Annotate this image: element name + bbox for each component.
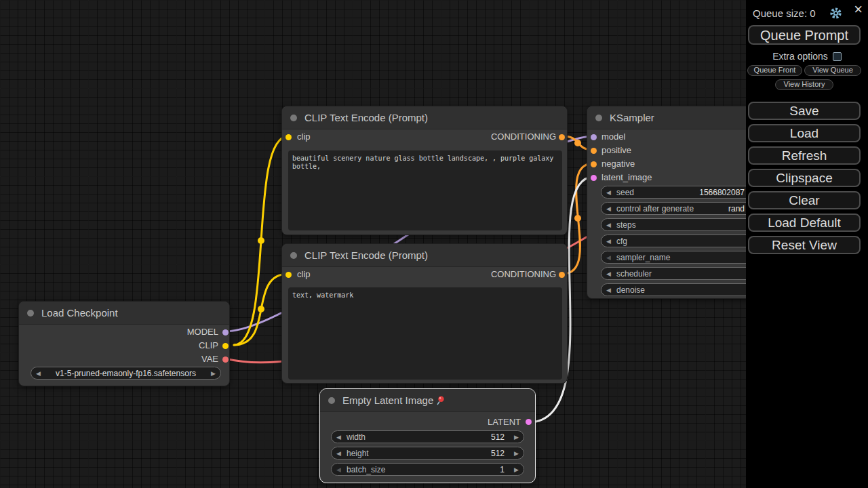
input-label-clip: clip bbox=[297, 131, 311, 142]
link-clip-1 bbox=[234, 136, 288, 345]
decrement-icon[interactable]: ◀ bbox=[606, 188, 611, 197]
decrement-icon[interactable]: ◀ bbox=[606, 205, 611, 213]
decrement-icon[interactable]: ◀ bbox=[606, 270, 611, 278]
collapse-dot-icon[interactable] bbox=[290, 115, 297, 121]
refresh-button[interactable]: Refresh bbox=[748, 146, 861, 165]
node-clip-text-encode-positive[interactable]: CLIP Text Encode (Prompt) clip CONDITION… bbox=[281, 106, 568, 235]
input-dot-negative[interactable] bbox=[591, 161, 597, 167]
output-dot-conditioning[interactable] bbox=[559, 272, 565, 278]
node-empty-latent-image[interactable]: Empty Latent Image LATENT ◀ width 512 ▶ … bbox=[319, 388, 536, 483]
node-header[interactable]: Empty Latent Image bbox=[320, 389, 535, 412]
decrement-icon[interactable]: ◀ bbox=[606, 286, 611, 294]
node-header[interactable]: Load Checkpoint bbox=[19, 302, 229, 325]
input-label-negative: negative bbox=[601, 159, 635, 169]
queue-prompt-button[interactable]: Queue Prompt bbox=[748, 25, 861, 45]
output-label-model: MODEL bbox=[187, 327, 218, 338]
input-dot-clip[interactable] bbox=[285, 134, 292, 140]
decrement-icon[interactable]: ◀ bbox=[36, 369, 41, 378]
seed-widget[interactable]: ◀ seed 1566802087 bbox=[601, 186, 770, 199]
output-dot-clip[interactable] bbox=[222, 343, 229, 349]
load-default-button[interactable]: Load Default bbox=[748, 214, 861, 232]
sampler-name-widget[interactable]: ◀ sampler_name bbox=[601, 251, 770, 264]
collapse-dot-icon[interactable] bbox=[27, 310, 34, 317]
collapse-dot-icon[interactable] bbox=[290, 252, 297, 259]
increment-icon[interactable]: ▶ bbox=[514, 433, 519, 441]
seed-value: 1566802087 bbox=[699, 188, 745, 197]
increment-icon[interactable]: ▶ bbox=[211, 369, 216, 378]
load-button[interactable]: Load bbox=[748, 124, 861, 142]
control-after-generate-widget[interactable]: ◀ control after generate rand bbox=[601, 202, 770, 215]
link-midpoint-dot bbox=[258, 237, 264, 244]
output-dot-model[interactable] bbox=[222, 329, 229, 336]
decrement-icon[interactable]: ◀ bbox=[336, 449, 341, 458]
node-load-checkpoint[interactable]: Load Checkpoint MODEL CLIP VAE ◀ v1-5-pr… bbox=[18, 301, 230, 386]
collapse-dot-icon[interactable] bbox=[328, 397, 335, 404]
collapse-dot-icon[interactable] bbox=[595, 115, 602, 121]
link-midpoint-dot bbox=[574, 140, 581, 146]
reset-view-button[interactable]: Reset View bbox=[748, 236, 861, 254]
node-ksampler[interactable]: KSampler model positive negative latent_… bbox=[587, 106, 770, 299]
node-header[interactable]: KSampler bbox=[587, 106, 769, 129]
save-button[interactable]: Save bbox=[748, 102, 861, 120]
gear-icon[interactable] bbox=[829, 7, 842, 22]
input-dot-latent-image[interactable] bbox=[591, 175, 597, 181]
control-after-generate-value: rand bbox=[728, 204, 745, 214]
node-header[interactable]: CLIP Text Encode (Prompt) bbox=[282, 106, 567, 129]
link-midpoint-dot bbox=[574, 215, 581, 222]
output-label-conditioning: CONDITIONING bbox=[491, 269, 556, 280]
height-value: 512 bbox=[491, 449, 505, 458]
height-widget[interactable]: ◀ height 512 ▶ bbox=[331, 447, 524, 460]
increment-icon[interactable]: ▶ bbox=[514, 466, 519, 474]
view-history-button[interactable]: View History bbox=[775, 79, 833, 90]
node-clip-text-encode-negative[interactable]: CLIP Text Encode (Prompt) clip CONDITION… bbox=[281, 243, 568, 384]
cfg-widget[interactable]: ◀ cfg bbox=[601, 235, 770, 247]
input-label-clip: clip bbox=[297, 269, 311, 280]
decrement-icon[interactable]: ◀ bbox=[336, 466, 341, 474]
queue-size-label: Queue size: 0 bbox=[753, 7, 816, 19]
node-title: CLIP Text Encode (Prompt) bbox=[304, 249, 428, 261]
input-label-model: model bbox=[601, 131, 625, 142]
pushpin-icon bbox=[435, 395, 446, 405]
steps-widget[interactable]: ◀ steps bbox=[601, 218, 770, 231]
prompt-textarea[interactable]: text, watermark bbox=[288, 287, 562, 380]
decrement-icon[interactable]: ◀ bbox=[606, 253, 611, 262]
denoise-widget[interactable]: ◀ denoise bbox=[601, 283, 770, 296]
output-dot-latent[interactable] bbox=[526, 419, 532, 425]
decrement-icon[interactable]: ◀ bbox=[336, 433, 341, 441]
output-dot-vae[interactable] bbox=[222, 357, 229, 363]
width-value: 512 bbox=[491, 432, 505, 442]
close-icon[interactable]: × bbox=[854, 2, 863, 17]
view-queue-button[interactable]: View Queue bbox=[804, 65, 861, 76]
output-dot-conditioning[interactable] bbox=[559, 134, 565, 140]
node-header[interactable]: CLIP Text Encode (Prompt) bbox=[282, 244, 567, 267]
clear-button[interactable]: Clear bbox=[748, 191, 861, 209]
node-title: CLIP Text Encode (Prompt) bbox=[304, 112, 428, 123]
width-widget[interactable]: ◀ width 512 ▶ bbox=[331, 430, 524, 443]
queue-front-button[interactable]: Queue Front bbox=[747, 65, 802, 76]
decrement-icon[interactable]: ◀ bbox=[606, 221, 611, 229]
extra-options-row: Extra options bbox=[746, 51, 868, 62]
output-label-vae: VAE bbox=[201, 354, 218, 365]
batch-size-widget[interactable]: ◀ batch_size 1 ▶ bbox=[331, 463, 524, 476]
clipspace-button[interactable]: Clipspace bbox=[748, 169, 861, 187]
link-midpoint-dot bbox=[258, 306, 264, 312]
input-dot-clip[interactable] bbox=[285, 272, 292, 278]
input-dot-model[interactable] bbox=[591, 134, 597, 140]
node-graph-canvas[interactable]: Load Checkpoint MODEL CLIP VAE ◀ v1-5-pr… bbox=[0, 0, 868, 488]
input-label-positive: positive bbox=[601, 145, 631, 156]
output-label-clip: CLIP bbox=[199, 340, 218, 351]
batch-size-value: 1 bbox=[500, 465, 505, 474]
comfy-menu: Queue size: 0 × Queue Prompt Extra optio… bbox=[746, 0, 868, 488]
node-title: Empty Latent Image bbox=[342, 394, 433, 406]
ckpt-name-value: v1-5-pruned-emaonly-fp16.safetensors bbox=[45, 369, 207, 378]
prompt-textarea[interactable]: beautiful scenery nature glass bottle la… bbox=[288, 150, 562, 230]
scheduler-widget[interactable]: ◀ scheduler bbox=[601, 267, 770, 280]
input-label-latent-image: latent_image bbox=[601, 172, 652, 183]
input-dot-positive[interactable] bbox=[591, 148, 597, 154]
extra-options-checkbox[interactable] bbox=[833, 52, 842, 61]
decrement-icon[interactable]: ◀ bbox=[606, 237, 611, 245]
ckpt-name-widget[interactable]: ◀ v1-5-pruned-emaonly-fp16.safetensors ▶ bbox=[31, 367, 221, 380]
node-title: KSampler bbox=[610, 112, 654, 123]
increment-icon[interactable]: ▶ bbox=[514, 449, 519, 458]
node-title: Load Checkpoint bbox=[41, 307, 118, 319]
